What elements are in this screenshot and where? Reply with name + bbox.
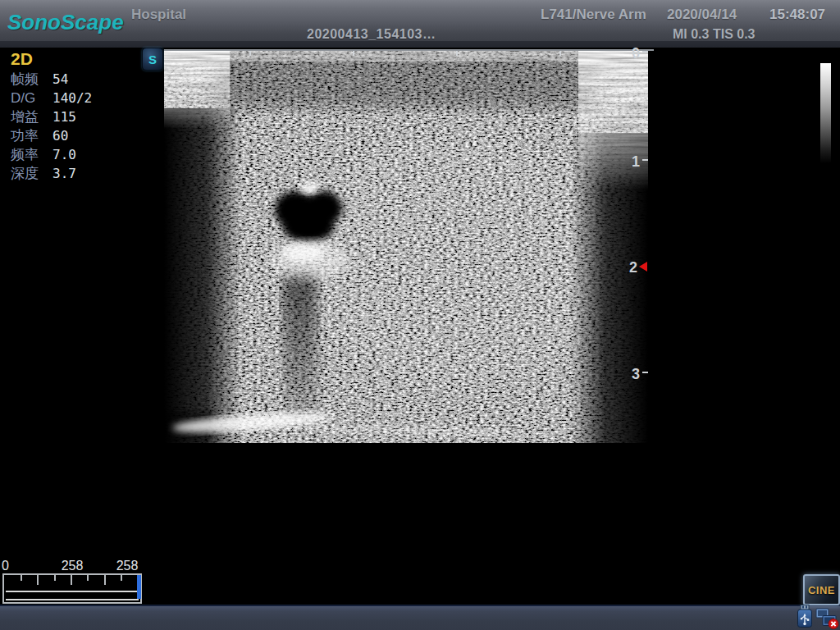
depth-tick	[642, 372, 648, 373]
cine-current-frame: 258	[57, 559, 87, 573]
mode-label: 2D	[11, 48, 92, 71]
cine-tick	[104, 575, 106, 585]
param-label: 功率	[11, 127, 52, 146]
param-value: 7.0	[52, 146, 76, 165]
param-value: 115	[52, 108, 76, 127]
cine-track-lines	[6, 591, 139, 600]
study-id: 20200413_154103…	[307, 27, 436, 42]
width-ruler	[164, 49, 654, 51]
param-row-dg: D/G 140/2	[11, 89, 92, 108]
orientation-marker-letter: S	[148, 52, 157, 66]
cine-track[interactable]	[2, 573, 142, 604]
depth-label: 0	[632, 45, 640, 62]
system-date: 2020/04/14	[667, 7, 737, 23]
cine-tick	[21, 575, 22, 581]
cine-total-frames: 258	[112, 559, 142, 573]
network-disconnected-icon	[815, 608, 839, 629]
ultrasound-image	[164, 51, 648, 443]
depth-label: 1	[632, 153, 640, 171]
brand-logo: SonoScape	[7, 10, 124, 35]
depth-label: 2	[629, 259, 637, 276]
param-row-gain: 增益 115	[11, 108, 92, 127]
orientation-marker-badge: S	[142, 48, 163, 71]
param-row-depth: 深度 3.7	[11, 165, 92, 184]
cine-start-label: 0	[2, 559, 9, 573]
width-ruler-tick	[456, 51, 458, 56]
param-value: 140/2	[52, 89, 92, 108]
depth-mark-1: 1	[632, 153, 648, 171]
depth-mark-2: 2	[629, 259, 647, 276]
width-ruler-tick	[559, 51, 561, 56]
cine-tick	[37, 575, 39, 585]
param-value: 54	[52, 71, 68, 89]
param-row-frequency: 频率 7.0	[11, 146, 92, 165]
param-label: D/G	[11, 89, 52, 108]
depth-label: 3	[632, 366, 640, 383]
width-ruler-tick	[249, 51, 251, 56]
depth-mark-3: 3	[632, 366, 648, 383]
param-value: 60	[52, 127, 68, 146]
param-label: 深度	[11, 165, 52, 184]
param-label: 帧频	[11, 71, 52, 89]
width-ruler-tick	[353, 51, 354, 56]
bottom-bar	[0, 605, 840, 630]
cine-tick	[121, 575, 122, 581]
system-clock: 15:48:07	[769, 7, 825, 23]
cine-tick	[54, 575, 56, 581]
focus-marker-icon[interactable]	[639, 262, 647, 272]
ultrasound-screen: SonoScape Hospital 20200413_154103… L741…	[0, 0, 840, 630]
usb-icon	[796, 605, 814, 628]
parameters-panel: 2D 帧频 54 D/G 140/2 增益 115 功率 60 频率 7.0 深…	[11, 48, 92, 184]
mi-tis-readout: MI 0.3 TIS 0.3	[673, 27, 755, 42]
param-label: 增益	[11, 108, 52, 127]
param-row-power: 功率 60	[11, 127, 92, 146]
param-label: 频率	[11, 146, 52, 165]
cine-tick	[71, 575, 72, 585]
cine-button[interactable]: CINE	[803, 574, 840, 605]
param-value: 3.7	[52, 165, 76, 184]
depth-tick	[642, 159, 648, 161]
depth-mark-0: 0	[632, 45, 648, 62]
cine-tick	[87, 575, 89, 581]
cine-position-marker[interactable]	[137, 575, 141, 599]
grayscale-bar	[820, 63, 831, 163]
depth-tick	[642, 51, 648, 52]
probe-preset: L741/Nerve Arm	[541, 7, 646, 23]
speckle-render	[164, 51, 648, 443]
param-row-framerate: 帧频 54	[11, 71, 92, 89]
hospital-name: Hospital	[131, 7, 186, 23]
top-bar: SonoScape Hospital 20200413_154103… L741…	[0, 0, 840, 48]
nearfield-band-left	[164, 52, 228, 130]
cine-button-label: CINE	[808, 584, 835, 596]
